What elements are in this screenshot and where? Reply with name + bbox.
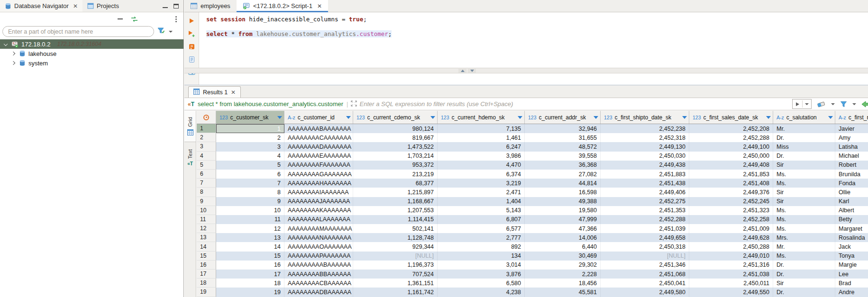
- tree-expander-icon[interactable]: [4, 42, 8, 46]
- sash-minimize-icon[interactable]: [468, 69, 476, 73]
- explain-plan-icon[interactable]: [187, 55, 196, 63]
- column-sort-icon[interactable]: [346, 116, 351, 119]
- row-number-cell[interactable]: 8: [197, 188, 216, 197]
- column-sort-icon[interactable]: [594, 116, 598, 119]
- cell-c_customer_id[interactable]: AAAAAAAADBAAAAAA: [284, 288, 353, 297]
- cell-c_first_na[interactable]: Andre: [835, 288, 868, 297]
- cell-c_current_hdemo_sk[interactable]: 4,238: [438, 288, 525, 297]
- cell-c_salutation[interactable]: Dr.: [773, 133, 835, 142]
- cell-c_current_hdemo_sk[interactable]: 7,135: [438, 124, 525, 133]
- row-number-cell[interactable]: 13: [197, 233, 216, 242]
- column-header-c_current_hdemo_sk[interactable]: 123c_current_hdemo_sk: [438, 111, 525, 124]
- cell-c_first_shipto_date_sk[interactable]: 2,450,318: [601, 242, 689, 251]
- cell-c_salutation[interactable]: Ms.: [773, 252, 835, 261]
- cell-c_first_shipto_date_sk[interactable]: 2,449,658: [601, 233, 689, 242]
- cell-c_current_hdemo_sk[interactable]: 2,777: [438, 233, 525, 242]
- cell-c_current_hdemo_sk[interactable]: 3,876: [438, 270, 525, 279]
- cell-c_first_na[interactable]: Tonya: [835, 252, 868, 261]
- erase-filter-menu-icon[interactable]: [831, 103, 835, 105]
- presentation-tab-text[interactable]: Text«T: [184, 142, 196, 173]
- cell-c_first_na[interactable]: Betty: [835, 215, 868, 224]
- cell-c_first_shipto_date_sk[interactable]: 2,451,438: [601, 179, 689, 188]
- column-header-c_customer_id[interactable]: A-zc_customer_id: [284, 111, 353, 124]
- cell-c_first_shipto_date_sk[interactable]: 2,452,238: [601, 124, 689, 133]
- cell-c_current_cdemo_sk[interactable]: 1,168,667: [353, 197, 438, 206]
- cell-c_customer_id[interactable]: AAAAAAAAABAAAAAA: [284, 261, 353, 270]
- cell-c_current_addr_sk[interactable]: 19,580: [525, 206, 601, 215]
- cell-c_first_sales_date_sk[interactable]: 2,450,011: [689, 279, 773, 288]
- cell-c_first_shipto_date_sk[interactable]: 2,452,275: [601, 197, 689, 206]
- cell-c_current_hdemo_sk[interactable]: 3,219: [438, 179, 525, 188]
- cell-c_customer_id[interactable]: AAAAAAAAFAAAAAAA: [284, 161, 353, 170]
- maximize-view-icon[interactable]: [174, 4, 179, 9]
- cell-c_current_cdemo_sk[interactable]: 68,377: [353, 179, 438, 188]
- collapse-all-icon[interactable]: [118, 18, 123, 19]
- cell-c_customer_sk[interactable]: 4: [216, 152, 284, 161]
- cell-c_first_sales_date_sk[interactable]: 2,449,010: [689, 252, 773, 261]
- cell-c_first_na[interactable]: Karl: [835, 197, 868, 206]
- apply-filter-icon[interactable]: [792, 99, 812, 109]
- cell-c_first_shipto_date_sk[interactable]: 2,451,068: [601, 270, 689, 279]
- cell-c_salutation[interactable]: Miss: [773, 142, 835, 151]
- cell-c_customer_sk[interactable]: 2: [216, 133, 284, 142]
- cell-c_current_addr_sk[interactable]: 6,440: [525, 242, 601, 251]
- cell-c_first_sales_date_sk[interactable]: 2,449,550: [689, 288, 773, 297]
- cell-c_current_hdemo_sk[interactable]: 6,374: [438, 170, 525, 179]
- cell-c_current_cdemo_sk[interactable]: 707,524: [353, 270, 438, 279]
- cell-c_current_hdemo_sk[interactable]: 6,580: [438, 279, 525, 288]
- cell-c_customer_sk[interactable]: 18: [216, 279, 284, 288]
- cell-c_current_addr_sk[interactable]: 44,814: [525, 179, 601, 188]
- cell-c_current_hdemo_sk[interactable]: 2,471: [438, 188, 525, 197]
- cell-c_salutation[interactable]: Dr.: [773, 152, 835, 161]
- cell-c_salutation[interactable]: Dr.: [773, 288, 835, 297]
- cell-c_current_addr_sk[interactable]: 31,655: [525, 133, 601, 142]
- cell-c_customer_sk[interactable]: 3: [216, 142, 284, 151]
- cell-c_customer_sk[interactable]: 11: [216, 215, 284, 224]
- editor-tab--172-18-0-2-script-1[interactable]: <172.18.0.2> Script-1✕: [237, 0, 328, 12]
- cell-c_first_sales_date_sk[interactable]: 2,452,288: [689, 133, 773, 142]
- column-header-c_first_shipto_date_sk[interactable]: 123c_first_shipto_date_sk: [601, 111, 689, 124]
- cell-c_customer_sk[interactable]: 13: [216, 233, 284, 242]
- row-number-cell[interactable]: 7: [197, 179, 216, 188]
- cell-c_current_addr_sk[interactable]: 30,469: [525, 252, 601, 261]
- cell-c_first_sales_date_sk[interactable]: 2,451,009: [689, 224, 773, 233]
- cell-c_customer_id[interactable]: AAAAAAAAIAAAAAAA: [284, 188, 353, 197]
- cell-c_first_sales_date_sk[interactable]: 2,450,000: [689, 152, 773, 161]
- cell-c_first_sales_date_sk[interactable]: 2,451,853: [689, 170, 773, 179]
- cell-c_customer_sk[interactable]: 7: [216, 179, 284, 188]
- row-number-cell[interactable]: 4: [197, 152, 216, 161]
- row-number-cell[interactable]: 9: [197, 197, 216, 206]
- row-number-cell[interactable]: 14: [197, 242, 216, 251]
- row-number-cell[interactable]: 6: [197, 170, 216, 179]
- cell-c_first_na[interactable]: Ollie: [835, 188, 868, 197]
- cell-c_current_hdemo_sk[interactable]: 5,143: [438, 206, 525, 215]
- cell-c_first_na[interactable]: Javier: [835, 124, 868, 133]
- navigate-back-icon[interactable]: [861, 101, 868, 108]
- cell-c_current_addr_sk[interactable]: 49,388: [525, 197, 601, 206]
- cell-c_current_hdemo_sk[interactable]: 134: [438, 252, 525, 261]
- cell-c_first_na[interactable]: Jack: [835, 242, 868, 251]
- cell-c_customer_id[interactable]: AAAAAAAAKAAAAAAA: [284, 206, 353, 215]
- filter-objects-icon[interactable]: [157, 27, 165, 36]
- cell-c_first_shipto_date_sk[interactable]: 2,450,030: [601, 152, 689, 161]
- column-header-c_salutation[interactable]: A-zc_salutation: [773, 111, 835, 124]
- cell-c_current_cdemo_sk[interactable]: 1,361,151: [353, 279, 438, 288]
- cell-c_current_cdemo_sk[interactable]: 502,141: [353, 224, 438, 233]
- cell-c_current_hdemo_sk[interactable]: 6,247: [438, 142, 525, 151]
- cell-c_first_na[interactable]: Latisha: [835, 142, 868, 151]
- row-number-cell[interactable]: 5: [197, 161, 216, 170]
- cell-c_current_addr_sk[interactable]: 39,558: [525, 152, 601, 161]
- row-number-cell[interactable]: 17: [197, 270, 216, 279]
- cell-c_current_cdemo_sk[interactable]: 1,114,415: [353, 215, 438, 224]
- cell-c_current_addr_sk[interactable]: 45,581: [525, 288, 601, 297]
- cell-c_salutation[interactable]: Sir: [773, 279, 835, 288]
- cell-c_current_addr_sk[interactable]: 2,228: [525, 270, 601, 279]
- cell-c_current_hdemo_sk[interactable]: 3,986: [438, 152, 525, 161]
- cell-c_first_shipto_date_sk[interactable]: 2,451,346: [601, 261, 689, 270]
- column-sort-icon[interactable]: [518, 116, 522, 119]
- cell-c_first_shipto_date_sk[interactable]: 2,451,883: [601, 170, 689, 179]
- cell-c_current_addr_sk[interactable]: 48,572: [525, 142, 601, 151]
- cell-c_first_sales_date_sk[interactable]: 2,452,258: [689, 215, 773, 224]
- cell-c_customer_id[interactable]: AAAAAAAAJAAAAAAA: [284, 197, 353, 206]
- cell-c_current_addr_sk[interactable]: 14,006: [525, 233, 601, 242]
